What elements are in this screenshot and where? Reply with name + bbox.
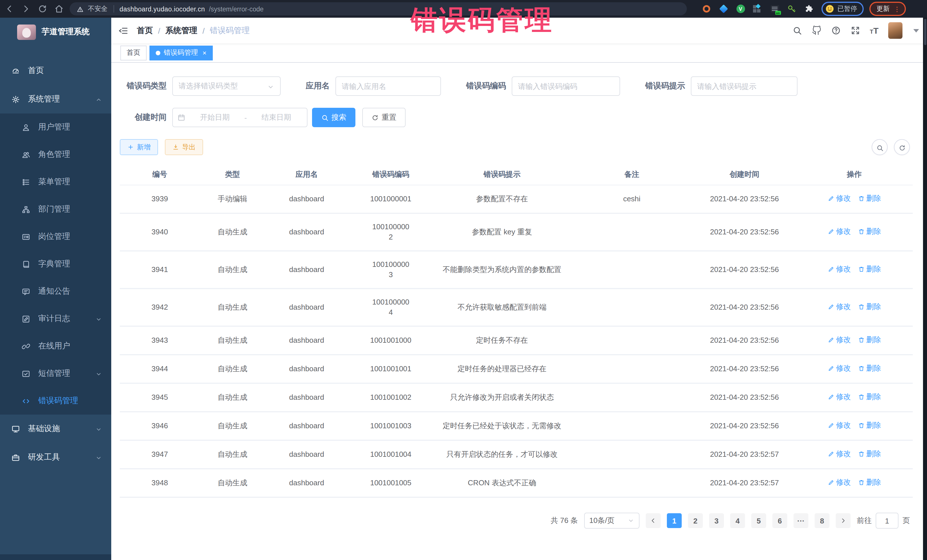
caret-down-icon[interactable] bbox=[913, 29, 919, 32]
prev-page-button[interactable] bbox=[646, 513, 661, 528]
sidebar-nav: 首页系统管理用户管理角色管理菜单管理部门管理岗位管理字典管理通知公告审计日志在线… bbox=[0, 46, 111, 472]
edit-link[interactable]: 修改 bbox=[827, 392, 851, 402]
date-range-picker[interactable]: 开始日期 - 结束日期 bbox=[172, 108, 307, 127]
delete-link[interactable]: 删除 bbox=[858, 363, 881, 373]
sidebar-item-notice-announcement[interactable]: 通知公告 bbox=[0, 278, 111, 305]
page-size-select[interactable]: 10条/页 bbox=[584, 513, 640, 529]
next-page-button[interactable] bbox=[836, 513, 851, 528]
sidebar-item-online-users[interactable]: 在线用户 bbox=[0, 332, 111, 360]
green-key-icon[interactable] bbox=[787, 4, 796, 14]
delete-link[interactable]: 删除 bbox=[858, 420, 881, 431]
orange-ring-icon[interactable] bbox=[702, 4, 711, 14]
start-date-placeholder: 开始日期 bbox=[189, 112, 241, 123]
page-button-5[interactable]: 5 bbox=[751, 513, 766, 528]
delete-link[interactable]: 删除 bbox=[858, 302, 881, 312]
search-button[interactable]: 搜索 bbox=[312, 108, 356, 127]
cell-app: dashboard bbox=[265, 442, 348, 467]
search-icon[interactable] bbox=[792, 26, 802, 35]
profile-paused-badge[interactable]: 已暂停 bbox=[821, 2, 863, 16]
delete-link[interactable]: 删除 bbox=[858, 392, 881, 402]
edit-link[interactable]: 修改 bbox=[827, 264, 851, 274]
sidebar-item-infrastructure[interactable]: 基础设施 bbox=[0, 414, 111, 443]
add-button[interactable]: 新增 bbox=[120, 139, 158, 155]
sidebar-item-audit-log[interactable]: 审计日志 bbox=[0, 305, 111, 332]
breadcrumb-item[interactable]: 系统管理 bbox=[166, 25, 198, 36]
more-vertical-icon[interactable] bbox=[893, 5, 900, 12]
edit-link[interactable]: 修改 bbox=[827, 335, 851, 345]
avatar[interactable] bbox=[888, 22, 903, 39]
edit-link[interactable]: 修改 bbox=[827, 449, 851, 459]
error-code-input[interactable] bbox=[518, 82, 614, 90]
edit-link[interactable]: 修改 bbox=[827, 302, 851, 312]
edit-link[interactable]: 修改 bbox=[827, 477, 851, 487]
close-icon[interactable]: × bbox=[202, 49, 207, 57]
question-icon[interactable] bbox=[831, 26, 840, 35]
update-label: 更新 bbox=[877, 5, 890, 13]
fullscreen-icon[interactable] bbox=[850, 26, 860, 35]
page-button-2[interactable]: 2 bbox=[688, 513, 703, 528]
scrollbar-thumb[interactable] bbox=[924, 19, 926, 45]
error-hint-input[interactable] bbox=[697, 82, 791, 90]
export-button[interactable]: 导出 bbox=[165, 139, 203, 155]
sidebar-item-dev-tools[interactable]: 研发工具 bbox=[0, 443, 111, 472]
delete-link[interactable]: 删除 bbox=[858, 264, 881, 274]
tag-item[interactable]: 首页 bbox=[120, 46, 147, 60]
page-button-8[interactable]: 8 bbox=[815, 513, 830, 528]
error-type-select[interactable]: 请选择错误码类型 bbox=[172, 76, 281, 96]
sidebar-item-dept-management[interactable]: 部门管理 bbox=[0, 196, 111, 223]
collapse-menu-icon bbox=[118, 25, 128, 36]
home-icon[interactable] bbox=[54, 4, 64, 14]
sidebar-item-system-management[interactable]: 系统管理 bbox=[0, 85, 111, 114]
browser-update-button[interactable]: 更新 bbox=[869, 2, 906, 16]
sidebar-item-home[interactable]: 首页 bbox=[0, 56, 111, 85]
sidebar-item-dict-management[interactable]: 字典管理 bbox=[0, 250, 111, 278]
sidebar-item-post-management[interactable]: 岗位管理 bbox=[0, 223, 111, 250]
reset-button[interactable]: 重置 bbox=[362, 108, 406, 127]
audit-log-icon bbox=[22, 314, 30, 323]
blue-gem-icon[interactable] bbox=[719, 4, 728, 14]
font-size-icon[interactable]: TT bbox=[870, 26, 878, 35]
tiles-icon[interactable] bbox=[753, 4, 762, 14]
delete-link[interactable]: 删除 bbox=[858, 226, 881, 237]
green-v-icon[interactable]: V bbox=[736, 4, 745, 14]
page-button-6[interactable]: 6 bbox=[772, 513, 787, 528]
collapse-menu-icon[interactable] bbox=[118, 25, 128, 36]
breadcrumb-item[interactable]: 首页 bbox=[137, 25, 153, 36]
delete-link[interactable]: 删除 bbox=[858, 193, 881, 203]
submenu-system-management: 用户管理角色管理菜单管理部门管理岗位管理字典管理通知公告审计日志在线用户短信管理… bbox=[0, 114, 111, 414]
goto-page: 前往 页 bbox=[857, 513, 910, 529]
github-icon[interactable] bbox=[812, 26, 821, 35]
edit-link[interactable]: 修改 bbox=[827, 420, 851, 431]
window-scrollbar[interactable] bbox=[923, 18, 927, 560]
sidebar-item-menu-management[interactable]: 菜单管理 bbox=[0, 168, 111, 196]
sidebar-item-error-code-management[interactable]: 错误码管理 bbox=[0, 387, 111, 414]
sidebar-collapse-bar[interactable] bbox=[0, 554, 111, 560]
reload-icon[interactable] bbox=[38, 4, 47, 14]
delete-link[interactable]: 删除 bbox=[858, 477, 881, 487]
refresh-table-button[interactable] bbox=[894, 139, 910, 155]
edit-link[interactable]: 修改 bbox=[827, 363, 851, 373]
puzzle-icon[interactable] bbox=[804, 4, 813, 14]
page-button-4[interactable]: 4 bbox=[730, 513, 745, 528]
sidebar-item-role-management[interactable]: 角色管理 bbox=[0, 141, 111, 168]
pager-more[interactable]: ··· bbox=[793, 513, 808, 528]
logo-row[interactable]: 芋道管理系统 bbox=[0, 18, 111, 46]
app-name-input[interactable] bbox=[342, 82, 435, 90]
url-bar[interactable]: 不安全 dashboard.yudao.iocoder.cn/system/er… bbox=[70, 2, 687, 15]
sidebar-item-user-management[interactable]: 用户管理 bbox=[0, 114, 111, 141]
forward-icon[interactable] bbox=[21, 4, 31, 14]
delete-link[interactable]: 删除 bbox=[858, 449, 881, 459]
delete-link[interactable]: 删除 bbox=[858, 335, 881, 345]
page-button-1[interactable]: 1 bbox=[667, 513, 682, 528]
page-button-3[interactable]: 3 bbox=[709, 513, 724, 528]
tag-active[interactable]: 错误码管理× bbox=[149, 46, 213, 60]
edit-link[interactable]: 修改 bbox=[827, 193, 851, 203]
edit-icon bbox=[827, 337, 834, 343]
toggle-search-button[interactable] bbox=[872, 139, 887, 155]
sidebar-item-sms-management[interactable]: 短信管理 bbox=[0, 360, 111, 387]
list-on-icon[interactable]: on bbox=[770, 4, 779, 14]
cell-remark bbox=[570, 299, 693, 316]
goto-page-input[interactable] bbox=[876, 513, 898, 529]
edit-link[interactable]: 修改 bbox=[827, 226, 851, 237]
back-icon[interactable] bbox=[5, 4, 14, 14]
